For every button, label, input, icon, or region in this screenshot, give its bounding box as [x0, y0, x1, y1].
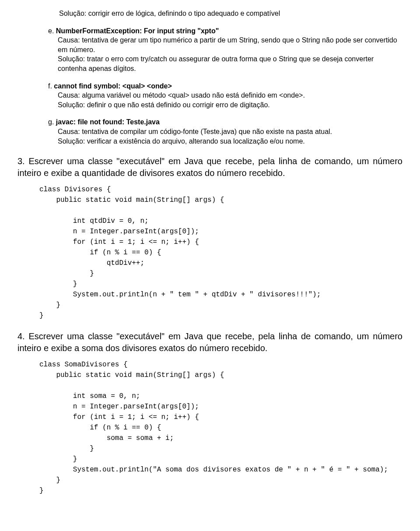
item-e-letter: e. — [48, 27, 54, 35]
item-f: f. cannot find symbol: <qual> <onde> Cau… — [48, 81, 402, 110]
q4-number: 4. — [18, 331, 25, 341]
item-g-causa: Causa: tentativa de compilar um código-f… — [58, 127, 402, 137]
item-f-causa: Causa: alguma variável ou método <qual> … — [58, 91, 402, 100]
item-f-title: cannot find symbol: <qual> <onde> — [54, 82, 172, 90]
top-solution-line: Solução: corrigir erro de lógica, defini… — [59, 9, 402, 18]
item-g-letter: g. — [48, 118, 54, 126]
item-e-causa: Causa: tentativa de gerar um tipo numéri… — [58, 35, 402, 54]
top-solution-text: Solução: corrigir erro de lógica, defini… — [59, 10, 280, 17]
question-4: 4. Escrever uma classe "executável" em J… — [18, 331, 402, 354]
q3-code: class Divisores { public static void mai… — [39, 184, 402, 321]
q3-number: 3. — [18, 156, 25, 166]
item-e-solucao: Solução: tratar o erro com try/catch ou … — [58, 54, 402, 73]
q4-code: class SomaDivisores { public static void… — [39, 359, 402, 496]
item-e: e. NumberFormatException: For input stri… — [48, 26, 402, 74]
q4-text: Escrever uma classe "executável" em Java… — [18, 331, 402, 353]
q3-text: Escrever uma classe "executável" em Java… — [18, 156, 402, 178]
question-3: 3. Escrever uma classe "executável" em J… — [18, 155, 402, 179]
item-g-solucao: Solução: verificar a existência do arqui… — [58, 137, 402, 146]
item-e-title: NumberFormatException: For input string … — [56, 27, 219, 35]
item-f-letter: f. — [48, 82, 52, 90]
item-f-solucao: Solução: definir o que não está definido… — [58, 100, 402, 110]
item-g: g. javac: file not found: Teste.java Cau… — [48, 117, 402, 146]
item-g-title: javac: file not found: Teste.java — [56, 118, 160, 126]
